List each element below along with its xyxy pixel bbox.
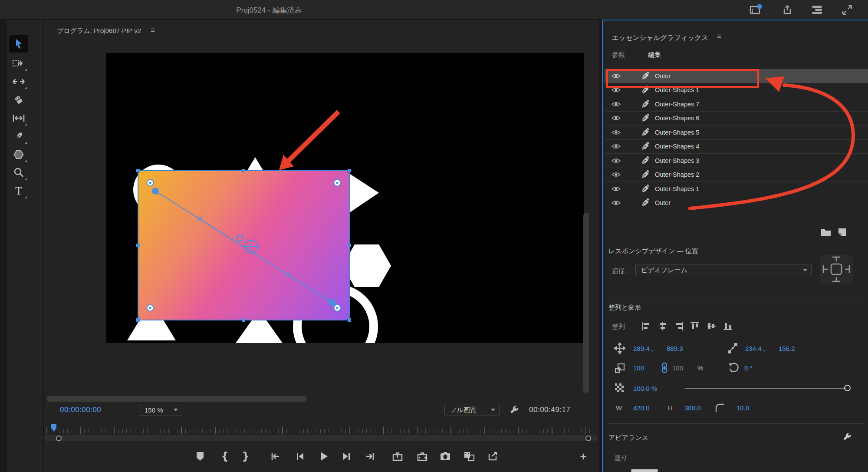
layer-row-outer-top[interactable]: Outer (605, 69, 868, 83)
height-value[interactable]: 300.0 (684, 404, 701, 412)
essential-graphics-title: エッセンシャルグラフィックス (612, 33, 708, 43)
add-marker-button[interactable] (194, 450, 207, 463)
settings-wrench-icon[interactable] (509, 405, 520, 416)
step-forward-button[interactable] (340, 450, 353, 463)
pin-to-widget[interactable] (820, 255, 853, 284)
visibility-eye-icon[interactable] (612, 158, 621, 164)
visibility-eye-icon[interactable] (612, 87, 621, 93)
visibility-eye-icon[interactable] (612, 200, 621, 206)
anchor-x-value[interactable]: 234.4 , (745, 345, 765, 352)
selection-tool[interactable] (9, 35, 28, 53)
preview-horizontal-scrollbar[interactable] (46, 396, 307, 402)
scale-y-value[interactable]: 100 (672, 364, 683, 372)
follow-select[interactable]: ビデオフレーム (635, 264, 812, 276)
visibility-eye-icon[interactable] (612, 101, 621, 107)
workspace-icon[interactable] (749, 4, 762, 15)
width-value[interactable]: 420.0 (633, 404, 650, 412)
opacity-slider-track[interactable] (685, 388, 846, 389)
zoom-level-select[interactable]: 150 % (139, 404, 182, 416)
opacity-value[interactable]: 100.0 % (633, 385, 657, 392)
layer-row[interactable]: Outer-Shapes 1 (605, 182, 868, 196)
align-bottom-button[interactable] (723, 321, 733, 331)
fullscreen-icon[interactable] (841, 4, 854, 15)
shape-layer-pen-icon (641, 114, 650, 122)
ripple-edit-tool[interactable] (9, 73, 28, 90)
export-frame-button[interactable] (439, 450, 452, 463)
work-area-end-handle[interactable] (585, 436, 591, 441)
scale-x-value[interactable]: 100 (633, 364, 644, 372)
align-right-button[interactable] (674, 321, 684, 331)
export-media-button[interactable] (487, 450, 500, 463)
appearance-settings-wrench-icon[interactable] (842, 432, 853, 442)
mark-in-button[interactable]: { (218, 450, 231, 463)
align-left-button[interactable] (641, 321, 651, 331)
new-folder-icon[interactable] (820, 228, 832, 237)
program-panel-menu-icon[interactable]: ≡ (151, 26, 155, 35)
pen-tool[interactable] (9, 128, 28, 145)
layer-row[interactable]: Outer-Shapes 4 (605, 140, 868, 154)
play-button[interactable] (317, 450, 330, 463)
new-layer-icon[interactable] (837, 228, 848, 237)
position-icon (614, 343, 625, 354)
lift-button[interactable] (391, 450, 404, 463)
visibility-eye-icon[interactable] (612, 172, 621, 178)
video-preview-canvas[interactable] (106, 53, 584, 343)
layer-row[interactable]: Outer-Shapes 6 (605, 112, 868, 126)
layer-row-outer-bottom[interactable]: Outer (605, 196, 868, 211)
follow-value: ビデオフレーム (641, 266, 687, 274)
corner-radius-value[interactable]: 10.0 (736, 404, 749, 412)
tab-browse[interactable]: 参照 (612, 51, 625, 59)
button-editor-plus[interactable]: + (577, 450, 590, 463)
position-y-value[interactable]: 889.3 (667, 345, 683, 352)
shape-tool[interactable] (9, 146, 28, 163)
layer-name: Outer (655, 73, 671, 79)
link-scale-icon[interactable] (661, 362, 668, 373)
layer-row[interactable]: Outer-Shapes 5 (605, 125, 868, 140)
anchor-y-value[interactable]: 156.2 (779, 345, 795, 352)
step-back-button[interactable] (293, 450, 306, 463)
eg-panel-menu-icon[interactable]: ≡ (717, 32, 721, 41)
share-export-icon[interactable] (781, 4, 794, 15)
align-top-button[interactable] (690, 321, 700, 331)
playhead[interactable] (51, 424, 56, 432)
zoom-tool[interactable] (9, 164, 28, 182)
layer-name: Outer-Shapes 7 (655, 101, 699, 108)
layer-row[interactable]: Outer-Shapes 7 (605, 97, 868, 112)
position-x-value[interactable]: 289.4 , (633, 345, 653, 352)
go-to-in-button[interactable] (269, 450, 282, 463)
mark-out-button[interactable]: } (239, 450, 252, 463)
visibility-eye-icon[interactable] (612, 115, 621, 121)
align-center-horizontal-button[interactable] (658, 321, 668, 331)
gradient-rectangle-clip[interactable] (138, 171, 349, 320)
visibility-eye-icon[interactable] (612, 129, 621, 135)
program-time-ruler[interactable] (46, 426, 597, 435)
track-select-forward-tool[interactable] (9, 55, 28, 72)
preview-vertical-scrollbar[interactable] (583, 213, 589, 393)
playback-quality-select[interactable]: フル画質 (444, 404, 500, 416)
fill-color-swatch[interactable] (631, 469, 658, 472)
layer-row[interactable]: Outer-Shapes 2 (605, 168, 868, 182)
visibility-eye-icon[interactable] (612, 73, 621, 79)
extract-button[interactable] (416, 450, 429, 463)
tab-edit[interactable]: 編集 (648, 51, 661, 59)
program-monitor-title: プログラム: Proj0607-PIP v2 (57, 27, 141, 35)
go-to-out-button[interactable] (364, 450, 377, 463)
slip-tool[interactable] (9, 109, 28, 127)
rotation-value[interactable]: 0 ° (744, 364, 753, 372)
align-label: 整列 (612, 323, 625, 331)
razor-tool[interactable] (9, 91, 28, 109)
layer-name: Outer-Shapes 5 (655, 129, 699, 136)
align-center-vertical-button[interactable] (706, 321, 717, 331)
section-divider (608, 423, 864, 424)
work-area-start-handle[interactable] (56, 436, 62, 441)
comparison-view-button[interactable] (463, 450, 476, 463)
layer-row[interactable]: Outer-Shapes 3 (605, 154, 868, 168)
stacked-panels-icon[interactable] (811, 4, 824, 15)
opacity-slider-handle[interactable] (844, 385, 851, 391)
layer-row[interactable]: Outer-Shapes 1 (605, 83, 868, 98)
current-timecode[interactable]: 00:00:00:00 (60, 406, 101, 414)
visibility-eye-icon[interactable] (612, 143, 621, 149)
type-tool[interactable]: T (9, 182, 28, 200)
visibility-eye-icon[interactable] (612, 186, 621, 192)
work-area-bar[interactable] (44, 435, 598, 441)
